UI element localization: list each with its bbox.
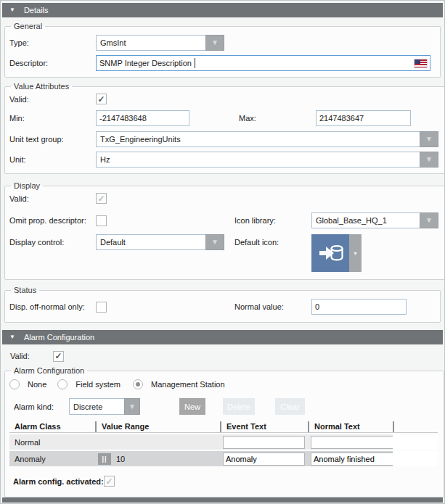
value-range-text: 10	[116, 455, 125, 463]
descriptor-label: Descriptor:	[9, 59, 96, 67]
normal-value-label: Normal value:	[234, 302, 311, 311]
collapse-arrow-icon: ▼	[9, 7, 15, 13]
min-input[interactable]	[96, 110, 189, 126]
text-caret	[195, 58, 195, 68]
alarm-table-header: Alarm Class Value Range Event Text Norma…	[9, 421, 438, 433]
radio-field-system-label: Field system	[75, 380, 121, 389]
collapsed-section-header[interactable]	[2, 497, 443, 503]
alarm-kind-button[interactable]: ▼	[124, 398, 140, 415]
table-row-anomaly[interactable]: Anomaly || 10	[9, 451, 438, 466]
details-section-title: Details	[24, 6, 49, 15]
omit-prop-descriptor-label: Omit prop. descriptor:	[9, 216, 96, 225]
status-legend: Status	[11, 286, 39, 294]
event-text-input[interactable]	[223, 453, 305, 466]
alarm-configuration-section-title: Alarm Configuration	[24, 333, 94, 342]
unit-value[interactable]: Hz	[96, 152, 420, 168]
column-header-event-text: Event Text	[220, 421, 308, 432]
dropdown-arrow-icon: ▼	[211, 239, 219, 246]
alarm-config-activated-checkbox: ✓	[104, 476, 115, 487]
descriptor-input[interactable]	[96, 55, 430, 71]
value-attributes-group: Value Attributes Valid: ✓ Min: Max: Unit…	[4, 82, 445, 174]
valid-checkbox[interactable]: ✓	[96, 94, 107, 104]
dropdown-arrow-icon: ▼	[425, 217, 433, 224]
descriptor-field-wrap	[96, 55, 430, 71]
display-control-value[interactable]: Default	[96, 234, 205, 250]
dropdown-arrow-icon: ▼	[425, 156, 433, 163]
normal-value-input[interactable]	[311, 299, 407, 315]
new-button[interactable]: New	[179, 398, 205, 415]
alarm-valid-row: Valid: ✓	[10, 350, 444, 362]
valid-label: Valid:	[9, 95, 96, 104]
display-control-button[interactable]: ▼	[205, 234, 224, 250]
radio-none[interactable]: None	[9, 379, 46, 389]
alarm-class-table: Alarm Class Value Range Event Text Norma…	[9, 421, 438, 466]
radio-none-circle[interactable]	[9, 379, 20, 389]
alarm-kind-combobox[interactable]: Discrete ▼	[69, 398, 140, 415]
unit-text-group-combobox[interactable]: TxG_EngineeringUnits ▼	[96, 131, 438, 147]
type-combobox-value[interactable]: GmsInt	[96, 35, 205, 51]
radio-none-label: None	[28, 380, 46, 389]
range-operator-button[interactable]: ||	[98, 453, 111, 465]
disp-off-normal-only-checkbox[interactable]	[96, 302, 107, 313]
value-range-cell	[95, 434, 220, 450]
radio-management-station[interactable]: Management Station	[133, 379, 225, 389]
unit-combobox[interactable]: Hz ▼	[96, 152, 438, 168]
type-label: Type:	[9, 38, 96, 47]
unit-text-group-button[interactable]: ▼	[420, 131, 438, 147]
alarm-kind-label: Alarm kind:	[14, 402, 69, 411]
arrow-into-database-icon[interactable]	[311, 234, 349, 272]
default-icon-picker[interactable]: ▼	[311, 234, 362, 272]
type-combobox[interactable]: GmsInt ▼	[96, 35, 224, 51]
details-section-header[interactable]: ▼ Details	[2, 3, 443, 17]
radio-field-system[interactable]: Field system	[57, 379, 121, 389]
icon-library-value[interactable]: Global_Base_HQ_1	[311, 212, 420, 228]
alarm-class-cell: Anomaly	[9, 451, 95, 466]
alarm-configuration-legend: Alarm Configuration	[11, 366, 87, 375]
omit-prop-descriptor-checkbox[interactable]	[96, 215, 107, 226]
dropdown-arrow-icon: ▼	[353, 251, 358, 256]
check-icon: ✓	[97, 95, 105, 104]
max-label: Max:	[239, 114, 316, 123]
alarm-kind-value[interactable]: Discrete	[69, 398, 124, 415]
clear-button: Clear	[275, 398, 305, 415]
display-control-combobox[interactable]: Default ▼	[96, 234, 224, 250]
value-attributes-legend: Value Attributes	[11, 82, 72, 91]
table-row-normal[interactable]: Normal	[9, 434, 438, 450]
display-control-label: Display control:	[9, 238, 96, 247]
alarm-configuration-group: Alarm Configuration None Field system Ma…	[4, 366, 444, 497]
icon-library-button[interactable]: ▼	[420, 212, 438, 228]
display-valid-checkbox: ✓	[96, 193, 107, 204]
min-label: Min:	[9, 114, 96, 123]
column-header-normal-text: Normal Text	[308, 421, 393, 432]
collapse-arrow-icon: ▼	[9, 334, 15, 340]
default-icon-dropdown-button[interactable]: ▼	[349, 234, 362, 272]
unit-text-group-value[interactable]: TxG_EngineeringUnits	[96, 131, 420, 147]
unit-text-group-label: Unit text group:	[9, 135, 96, 144]
max-input[interactable]	[316, 110, 411, 126]
column-header-alarm-class: Alarm Class	[9, 421, 95, 432]
value-range-cell: || 10	[95, 451, 220, 466]
alarm-configuration-section-header[interactable]: ▼ Alarm Configuration	[2, 330, 443, 344]
alarm-valid-label: Valid:	[10, 352, 53, 360]
event-text-cell	[220, 451, 308, 466]
radio-management-station-circle[interactable]	[133, 379, 143, 389]
disp-off-normal-only-label: Disp. off-normal only:	[9, 302, 96, 311]
normal-text-cell	[308, 451, 393, 466]
icon-library-combobox[interactable]: Global_Base_HQ_1 ▼	[311, 212, 438, 228]
normal-text-input[interactable]	[311, 453, 394, 466]
alarm-config-activated-row: Alarm config. activated: ✓	[13, 476, 438, 487]
property-details-panel: ▼ Details General Type: GmsInt ▼ Descrip…	[0, 0, 445, 504]
event-text-input[interactable]	[223, 436, 305, 449]
type-combobox-button[interactable]: ▼	[205, 35, 224, 51]
check-icon: ✓	[97, 194, 105, 203]
alarm-valid-checkbox[interactable]: ✓	[53, 351, 64, 362]
radio-field-system-circle[interactable]	[57, 379, 68, 389]
empty-cell	[393, 434, 438, 450]
language-flag-icon[interactable]	[415, 59, 427, 67]
unit-button[interactable]: ▼	[420, 152, 438, 168]
normal-text-input[interactable]	[311, 436, 394, 449]
display-legend: Display	[11, 181, 43, 190]
check-icon: ✓	[54, 352, 62, 360]
dropdown-arrow-icon: ▼	[211, 39, 219, 46]
display-group: Display Valid: ✓ Omit prop. descriptor: …	[4, 181, 445, 280]
